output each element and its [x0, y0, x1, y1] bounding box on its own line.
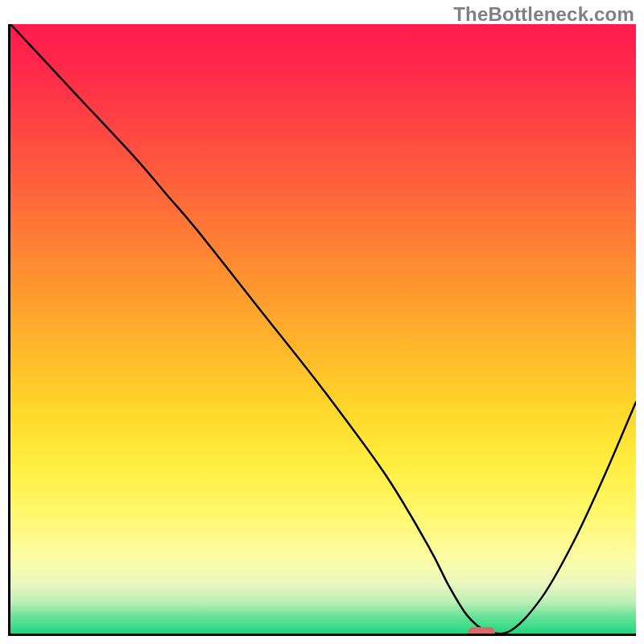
plot-area [8, 24, 636, 636]
watermark-text: TheBottleneck.com [453, 3, 634, 26]
optimal-marker [468, 627, 495, 636]
chart-container: TheBottleneck.com [0, 0, 644, 644]
bottleneck-curve [10, 24, 636, 634]
